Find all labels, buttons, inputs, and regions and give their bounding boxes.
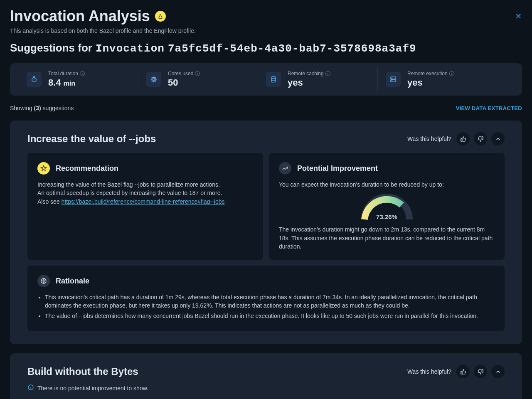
jobs-flag-link[interactable]: https://bazel.build/reference/command-li… [62, 198, 225, 205]
feedback-label: Was this helpful? [407, 135, 451, 142]
gauge-value: 73.26% [360, 212, 414, 222]
improvement-detail: The invocation's duration might go down … [279, 225, 495, 251]
timer-icon [27, 72, 42, 87]
close-button[interactable]: ✕ [515, 11, 522, 21]
info-icon [27, 384, 34, 392]
thumbs-up-button[interactable] [456, 365, 470, 378]
metric-total-duration: Total duration i 8.4 min [27, 71, 146, 88]
collapse-button[interactable] [491, 365, 505, 378]
svg-rect-1 [152, 78, 156, 81]
cpu-icon [146, 72, 161, 87]
thumbs-up-button[interactable] [456, 132, 470, 145]
suggestions-prefix: Suggestions for [10, 42, 92, 54]
improvement-lead: You can expect the invocation's duration… [279, 180, 495, 189]
database-icon [266, 72, 281, 87]
svg-point-6 [392, 78, 392, 79]
thumbs-down-button[interactable] [474, 132, 487, 145]
feedback-label: Was this helpful? [407, 368, 451, 375]
rationale-item: The value of --jobs determines how many … [45, 312, 495, 320]
panel-title: Recommendation [56, 164, 118, 173]
suggestion-title: Increase the value of --jobs [27, 133, 156, 145]
metrics-bar: Total duration i 8.4 min Cores used i 50 [10, 63, 522, 96]
no-improvement-note: There is no potential improvement to sho… [27, 384, 505, 392]
info-icon[interactable]: i [325, 71, 330, 76]
showing-count: Showing (3) suggestions [10, 105, 74, 111]
metric-label: Cores used i [168, 71, 200, 76]
potential-improvement-panel: Potential Improvement You can expect the… [269, 153, 505, 260]
metric-value: yes [407, 77, 454, 88]
globe-icon [37, 275, 50, 287]
suggestions-heading: Suggestions for Invocation 7a5fc5df-54eb… [10, 42, 522, 55]
suggestion-title: Build without the Bytes [27, 366, 138, 377]
panel-title: Potential Improvement [297, 164, 378, 173]
metric-unit: min [64, 80, 75, 87]
rationale-panel: Rationale This invocation's critical pat… [27, 266, 505, 331]
svg-rect-2 [153, 79, 155, 81]
star-icon [37, 162, 50, 175]
rec-line: Also see https://bazel.build/reference/c… [37, 197, 253, 206]
page-title-text: Invocation Analysis [10, 7, 150, 25]
metric-value: yes [288, 77, 330, 88]
rec-line: Increasing the value of the Bazel flag -… [37, 180, 253, 189]
svg-point-3 [271, 76, 276, 79]
metric-remote-execution: Remote execution i yes [386, 71, 505, 88]
recommendation-panel: Recommendation Increasing the value of t… [27, 153, 263, 260]
rationale-item: This invocation's critical path has a du… [45, 293, 495, 310]
suggestion-card-jobs: Increase the value of --jobs Was this he… [10, 121, 522, 344]
info-icon[interactable]: i [449, 71, 454, 76]
suggestion-card-bwb: Build without the Bytes Was this helpful… [10, 353, 522, 399]
server-icon [386, 72, 401, 87]
metric-label: Total duration i [48, 71, 85, 76]
metric-label: Remote caching i [288, 71, 330, 76]
page-subtitle: This analysis is based on both the Bazel… [10, 27, 522, 34]
rec-line: An optimal speedup is expected by increa… [37, 189, 253, 197]
metric-value: 8.4 [48, 77, 61, 88]
svg-point-7 [392, 81, 392, 81]
metric-remote-caching: Remote caching i yes [266, 71, 386, 88]
invocation-label: Invocation [96, 42, 165, 55]
view-data-extracted-link[interactable]: VIEW DATA EXTRACTED [456, 105, 522, 111]
invocation-id: 7a5fc5df-54eb-4a30-bab7-3578698a3af9 [168, 42, 416, 55]
improvement-gauge: 73.26% [360, 192, 414, 221]
metric-value: 50 [168, 77, 200, 88]
trending-up-icon [279, 162, 291, 175]
thumbs-down-button[interactable] [474, 365, 487, 378]
info-icon[interactable]: i [195, 71, 200, 76]
metric-cores-used: Cores used i 50 [146, 71, 266, 88]
flask-icon [155, 11, 166, 22]
metric-label: Remote execution i [407, 71, 454, 76]
panel-title: Rationale [56, 277, 89, 286]
page-title: Invocation Analysis [10, 7, 166, 25]
collapse-button[interactable] [491, 132, 505, 145]
info-icon[interactable]: i [80, 71, 85, 76]
